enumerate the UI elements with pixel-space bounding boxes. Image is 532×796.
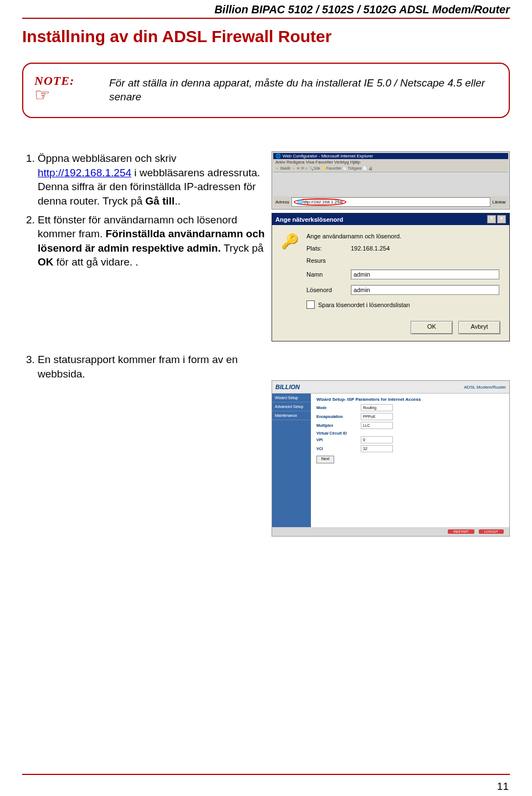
losen-label: Lösenord [306,287,351,293]
dialog-prompt: Ange användarnamn och lösenord. [306,233,499,239]
vcid-label: Virtual Circuit ID [316,431,504,435]
nav-wizard[interactable]: Wizard Setup [272,394,311,402]
screenshot-router-ui: BILLION ADSL Modem/Router Wizard Setup A… [272,380,510,537]
nav-advanced[interactable]: Advanced Setup [272,402,311,411]
step3-text: En statusrapport kommer fram i form av e… [38,354,238,380]
router-logo: BILLION [275,384,300,390]
dialog-title-text: Ange nätverkslösenord [275,216,343,223]
router-url-link[interactable]: http://192.168.1.254 [38,167,131,178]
page-number: 11 [497,780,509,793]
links-label: Länkar [493,200,506,205]
encap-select[interactable]: PPPoE [361,413,393,420]
logout-button[interactable]: LOGOUT [479,529,504,534]
cancel-button[interactable]: Avbryt [458,321,500,334]
vpi-input[interactable]: 0 [361,436,393,443]
dialog-titlebar: Ange nätverkslösenord ? × [272,213,509,225]
mode-label: Mode [316,406,361,410]
namn-label: Namn [306,271,351,278]
resurs-label: Resurs [306,257,351,264]
hand-icon: ☞ [34,86,95,104]
ie-menubar: Arkiv Redigera Visa Favoriter Verktyg Hj… [273,159,508,165]
mode-select[interactable]: Routing [361,404,393,411]
step-2: Ett fönster för användarnamn och lösenor… [38,213,266,270]
address-input[interactable]: 🌐 http://192.168.1.254/ [291,197,490,207]
multi-select[interactable]: LLC [361,422,393,429]
namn-input[interactable]: admin [351,269,499,279]
next-button[interactable]: Next [316,456,334,463]
nav-maintenance[interactable]: Maintenance [272,411,311,420]
header-rule [22,18,510,19]
help-icon[interactable]: ? [487,215,496,223]
vpi-label: VPI [316,438,361,442]
ie-titlebar: 🌐Web Configurator - Microsoft Internet E… [273,153,508,159]
step-1: Öppna webbläsaren och skriv http://192.1… [38,151,266,208]
note-icon: NOTE: ☞ [34,74,95,107]
router-header-text: ADSL Modem/Router [464,385,506,390]
screenshot-auth-dialog: Ange nätverkslösenord ? × 🔑 Ange använda… [272,213,510,341]
encap-label: Encapsulation [316,415,361,419]
restart-button[interactable]: RESTART [448,529,474,534]
key-icon: 🔑 [281,233,299,251]
vci-label: VCI [316,447,361,451]
screenshot-ie-address: 🌐Web Configurator - Microsoft Internet E… [272,151,510,210]
footer-rule [22,774,510,775]
page-title: Inställning av din ADSL Firewall Router [22,27,510,46]
vci-input[interactable]: 32 [361,445,393,452]
step1-text-d: .. [175,195,181,207]
plats-value: 192.168.1.254 [351,245,499,252]
ok-button[interactable]: OK [411,321,453,334]
step-3: En statusrapport kommer fram i form av e… [38,353,266,381]
address-value: http://192.168.1.254/ [303,200,343,205]
step2-text-e: för att gå vidare. . [54,256,139,268]
close-icon[interactable]: × [497,215,506,223]
circled-url: 🌐 http://192.168.1.254/ [294,198,346,206]
router-nav: Wizard Setup Advanced Setup Maintenance [272,394,311,527]
product-header: Billion BIPAC 5102 / 5102S / 5102G ADSL … [22,0,510,18]
multi-label: Multiplex [316,423,361,427]
note-callout: NOTE: ☞ För att ställa in denna apparat,… [22,63,510,118]
plats-label: Plats: [306,245,351,252]
step2-text-c: Tryck på [221,242,264,254]
router-main-title: Wizard Setup- ISP Parameters for Interne… [316,397,504,402]
save-password-label: Spara lösenordet i lösenordslistan [318,302,410,308]
ie-toolbar: ← Bakåt → ✕ ⟳ ⌂ 🔍Sök ⭐Favoriter 🕑Tidigar… [273,165,508,172]
ie-address-row: Adress 🌐 http://192.168.1.254/ Länkar [273,196,508,208]
address-label: Adress [275,200,289,205]
step1-text-a: Öppna webbläsaren och skriv [38,152,176,164]
ie-title-text: Web Configurator - Microsoft Internet Ex… [283,154,373,159]
save-password-checkbox[interactable] [306,300,315,309]
step2-bold-b: OK [38,256,54,268]
losen-input[interactable]: admin [351,285,499,295]
note-body: För att ställa in denna apparat, måste d… [109,76,492,104]
step1-bold: Gå till [145,195,175,207]
